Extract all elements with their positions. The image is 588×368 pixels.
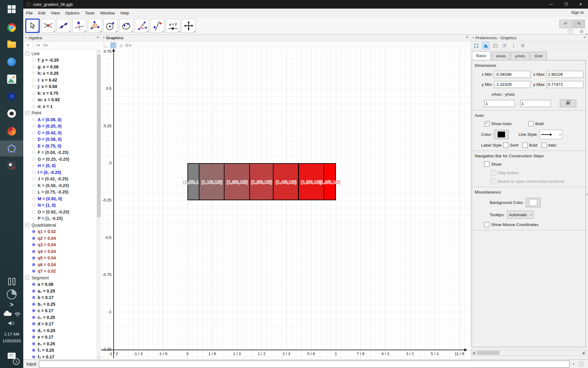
advanced-dots-icon[interactable]: ⋮: [510, 42, 517, 49]
close-button[interactable]: ✕: [573, 0, 588, 9]
graphics-settings-icon[interactable]: [482, 42, 489, 49]
scrollbar-thumb[interactable]: [97, 55, 101, 217]
tool-move-graphics-view[interactable]: [182, 19, 196, 33]
tool-point[interactable]: [41, 19, 55, 33]
object-visibility-dot-icon[interactable]: [32, 105, 35, 108]
object-visibility-dot-icon[interactable]: [32, 197, 35, 200]
algebra-item[interactable]: q3 = 0.04: [23, 242, 97, 248]
tool-perpendicular-line[interactable]: [72, 19, 86, 33]
object-visibility-dot-icon[interactable]: [32, 72, 35, 75]
tool-move[interactable]: [25, 19, 40, 33]
menu-file[interactable]: File: [23, 10, 36, 17]
object-visibility-filled-dot-icon[interactable]: [32, 355, 35, 358]
line-style-dropdown[interactable]: ▾: [540, 130, 562, 139]
clock-time[interactable]: 1:17 AM: [0, 332, 23, 336]
algebra-group-quadrilateral[interactable]: Quadrilateral: [23, 222, 97, 228]
object-visibility-filled-dot-icon[interactable]: [32, 309, 35, 312]
tool-reflect-about-line[interactable]: [150, 19, 164, 33]
object-visibility-dot-icon[interactable]: [32, 79, 35, 82]
algebra-item[interactable]: e₁ = 0.25: [23, 340, 97, 347]
object-visibility-dot-icon[interactable]: [32, 158, 35, 161]
ratio-x-field[interactable]: [484, 100, 515, 107]
algebra-item[interactable]: b = 0.17: [23, 294, 97, 301]
taskbar-item-app-blue[interactable]: [0, 88, 23, 104]
object-properties-icon[interactable]: [473, 42, 480, 49]
object-visibility-dot-icon[interactable]: [32, 210, 35, 213]
object-visibility-dot-icon[interactable]: [32, 177, 35, 180]
algebra-item[interactable]: m: x = 0.92: [23, 97, 97, 103]
tab-grid[interactable]: Grid: [530, 52, 547, 60]
object-visibility-filled-dot-icon[interactable]: [32, 283, 35, 286]
hscroll-thumb[interactable]: [477, 351, 499, 355]
algebra-item[interactable]: a₁ = 0.25: [23, 288, 97, 294]
tool-polygon[interactable]: [88, 19, 102, 33]
algebra-item[interactable]: j: x = 0.58: [23, 83, 97, 90]
taskbar-item-chrome[interactable]: [0, 20, 23, 36]
show-grid-toggle-icon[interactable]: [110, 42, 116, 48]
graphics-canvas[interactable]: 0.750.50.250-0.25-0.5-0.75-1-1.25-1 / 2-…: [101, 49, 470, 359]
object-visibility-filled-dot-icon[interactable]: [32, 289, 35, 293]
gear-icon[interactable]: ⚙: [580, 29, 584, 34]
tab-yaxis[interactable]: yAxis: [511, 52, 529, 60]
scroll-up-icon[interactable]: ▴: [97, 50, 101, 52]
algebra-item[interactable]: q5 = 0.04: [23, 255, 97, 262]
label-bold-checkbox[interactable]: [522, 143, 528, 148]
algebra-close-icon[interactable]: ✕: [96, 35, 99, 39]
mouse-coordinates-checkbox[interactable]: [484, 222, 489, 227]
auxiliary-objects-icon[interactable]: ≡: [25, 43, 31, 48]
object-visibility-dot-icon[interactable]: [32, 164, 35, 167]
fx-display-icon[interactable]: fx▾: [43, 43, 48, 48]
algebra-scrollbar[interactable]: ▴ ▾: [96, 49, 101, 359]
minimize-button[interactable]: —: [544, 0, 559, 9]
algebra-item[interactable]: f₁ = 0.25: [23, 347, 97, 354]
tooltips-dropdown[interactable]: Automatic ▾: [507, 211, 534, 219]
algebra-item[interactable]: f: y = -0.25: [23, 57, 97, 64]
tool-circle-with-center[interactable]: [104, 19, 118, 33]
y-max-field[interactable]: [547, 81, 583, 88]
algebra-item[interactable]: a = 0.08: [23, 281, 97, 288]
help-icon[interactable]: ?: [568, 29, 573, 34]
axes-bold-checkbox[interactable]: [528, 121, 533, 126]
algebra-item[interactable]: q2 = 0.04: [23, 235, 97, 242]
toolbar-more-chevron-icon[interactable]: ▾: [586, 32, 587, 36]
algebra-group-segment[interactable]: Segment: [23, 274, 97, 281]
algebra-item[interactable]: N = (1, 0): [23, 202, 97, 209]
point-capturing-icon[interactable]: C:▾: [126, 43, 131, 48]
algebra-item[interactable]: q4 = 0.04: [23, 248, 97, 255]
object-visibility-filled-dot-icon[interactable]: [32, 243, 35, 246]
object-visibility-filled-dot-icon[interactable]: [32, 263, 35, 266]
taskbar-item-swirl[interactable]: [0, 123, 23, 139]
nav-show-checkbox[interactable]: [484, 162, 489, 167]
object-visibility-filled-dot-icon[interactable]: [32, 256, 35, 259]
scroll-left-icon[interactable]: ◀: [471, 351, 476, 355]
algebra-item[interactable]: n: x = 1: [23, 103, 97, 110]
object-visibility-filled-dot-icon[interactable]: [32, 270, 35, 273]
algebra-group-line[interactable]: Line: [23, 50, 97, 57]
object-visibility-filled-dot-icon[interactable]: [32, 250, 35, 253]
taskbar-item-files[interactable]: [0, 37, 23, 53]
y-min-field[interactable]: [494, 81, 531, 88]
algebra-item[interactable]: G = (0.25, -0.25): [23, 156, 97, 163]
serif-checkbox[interactable]: [503, 143, 508, 148]
object-visibility-dot-icon[interactable]: [32, 118, 35, 121]
algebra-item[interactable]: F = (0.08, -0.25): [23, 149, 97, 156]
object-visibility-dot-icon[interactable]: [32, 138, 35, 141]
object-visibility-dot-icon[interactable]: [32, 190, 35, 194]
ratio-y-field[interactable]: [520, 100, 551, 107]
object-visibility-dot-icon[interactable]: [32, 217, 35, 220]
algebra-collapse-icon[interactable]: ▾: [25, 36, 27, 39]
menu-help[interactable]: Help: [118, 10, 132, 17]
object-visibility-dot-icon[interactable]: [32, 59, 35, 62]
taskbar-item-pause[interactable]: [0, 275, 23, 288]
graphics-collapse-icon[interactable]: ▾: [103, 36, 105, 39]
taskbar-item-clock-pie[interactable]: [0, 288, 23, 301]
object-visibility-dot-icon[interactable]: [32, 125, 35, 128]
object-visibility-dot-icon[interactable]: [32, 65, 35, 68]
object-visibility-filled-dot-icon[interactable]: [32, 329, 35, 332]
taskbar-notifications[interactable]: 1: [0, 349, 23, 362]
algebra-item[interactable]: q6 = 0.04: [23, 261, 97, 268]
algebra-item[interactable]: d = 0.17: [23, 321, 97, 328]
redo-button[interactable]: ↷: [572, 20, 585, 28]
object-visibility-dot-icon[interactable]: [32, 85, 35, 88]
algebra-item[interactable]: L = (0.75, -0.25): [23, 189, 97, 196]
